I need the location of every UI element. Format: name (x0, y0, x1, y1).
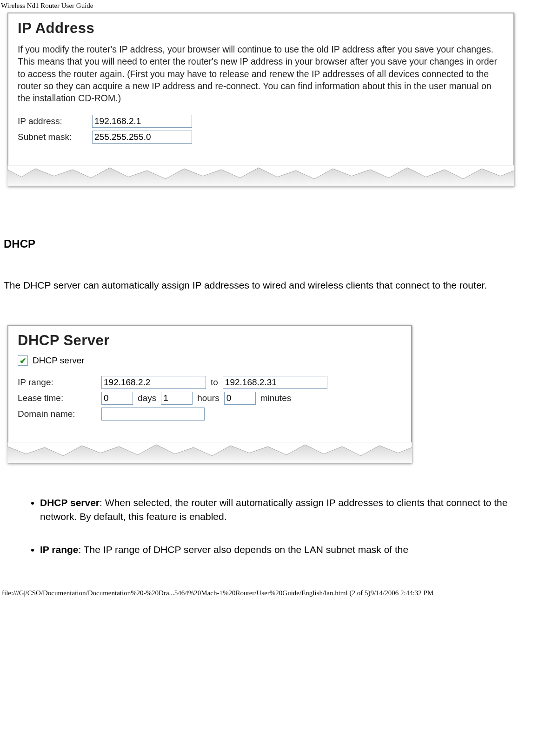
ip-range-to-input[interactable] (223, 376, 327, 389)
ip-range-from-input[interactable] (101, 376, 206, 389)
domain-name-label: Domain name: (18, 409, 101, 419)
domain-name-input[interactable] (101, 408, 205, 421)
page-footer: file:///G|/CSO/Documentation/Documentati… (0, 575, 552, 599)
subnet-mask-input[interactable] (92, 131, 192, 144)
ip-range-label: IP range: (18, 377, 101, 388)
lease-minutes-label: minutes (260, 393, 292, 403)
lease-hours-label: hours (197, 393, 219, 403)
check-icon: ✔ (20, 356, 27, 366)
lease-days-label: days (138, 393, 156, 403)
dhcp-panel-title: DHCP Server (18, 332, 402, 349)
lease-time-label: Lease time: (18, 393, 101, 403)
dhcp-server-screenshot: DHCP Server ✔ DHCP server IP range: to L… (7, 325, 412, 463)
list-item: DHCP server: When selected, the router w… (40, 496, 542, 524)
bullet-term: IP range (40, 544, 78, 555)
ip-panel-title: IP Address (18, 20, 504, 37)
ip-address-input[interactable] (92, 115, 192, 128)
lease-days-input[interactable] (101, 392, 133, 405)
lease-hours-input[interactable] (161, 392, 193, 405)
bullet-list: DHCP server: When selected, the router w… (4, 496, 548, 557)
bullet-text: : When selected, the router will automat… (40, 497, 507, 522)
page-header: Wireless Nd1 Router User Guide (0, 0, 552, 10)
dhcp-intro-paragraph: The DHCP server can automatically assign… (4, 278, 543, 292)
ip-panel-description: If you modify the router's IP address, y… (18, 43, 504, 105)
ip-address-screenshot: IP Address If you modify the router's IP… (7, 13, 514, 186)
bullet-text: : The IP range of DHCP server also depen… (78, 544, 408, 555)
dhcp-heading: DHCP (4, 237, 548, 250)
ip-address-label: IP address: (18, 116, 92, 126)
dhcp-server-checkbox[interactable]: ✔ (18, 355, 28, 366)
lease-minutes-input[interactable] (224, 392, 256, 405)
ip-range-to-label: to (211, 377, 218, 388)
bullet-term: DHCP server (40, 497, 100, 508)
subnet-mask-label: Subnet mask: (18, 132, 92, 142)
dhcp-server-checkbox-label: DHCP server (33, 355, 85, 366)
list-item: IP range: The IP range of DHCP server al… (40, 543, 542, 557)
